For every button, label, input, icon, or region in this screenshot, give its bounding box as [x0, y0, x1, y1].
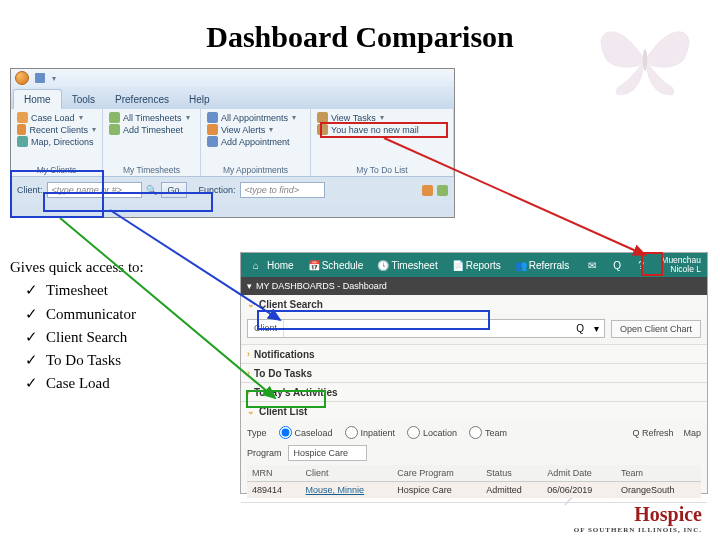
client-list-filters: Type Caseload Inpatient Location Team Q … [247, 424, 701, 445]
go-button[interactable]: Go [161, 182, 187, 198]
search-icon[interactable]: 🔍 [146, 185, 157, 195]
panel-notifications[interactable]: ›Notifications [241, 345, 707, 363]
program-select[interactable]: Hospice Care [288, 445, 368, 461]
access-list: Gives quick access to: Timesheet Communi… [10, 256, 144, 396]
panel-client-list[interactable]: ⌄Client List [241, 402, 707, 420]
tab-tools[interactable]: Tools [62, 90, 105, 109]
panel-client-search[interactable]: ⌄Client Search [241, 295, 707, 313]
alert-icon [207, 124, 218, 135]
map-icon [17, 136, 28, 147]
schedule-icon: 📅 [308, 260, 319, 271]
client-list-table: MRN Client Care Program Status Admit Dat… [247, 465, 701, 498]
ribbon-add-timesheet[interactable]: Add Timesheet [109, 124, 194, 135]
nav-referrals[interactable]: 👥Referrals [509, 260, 576, 271]
timesheet-icon: 🕓 [377, 260, 388, 271]
function-label: Function: [199, 185, 236, 195]
radio-location[interactable]: Location [407, 426, 457, 439]
ribbon-case-load[interactable]: Case Load▾ [17, 112, 96, 123]
ribbon-all-appointments[interactable]: All Appointments▾ [207, 112, 304, 123]
refresh-button[interactable]: Q Refresh [632, 428, 673, 438]
nav-timesheet[interactable]: 🕓Timesheet [371, 260, 443, 271]
ribbon-recent-clients[interactable]: Recent Clients▾ [17, 124, 96, 135]
mail-icon: ✉ [588, 260, 599, 271]
ribbon-view-alerts[interactable]: View Alerts▾ [207, 124, 304, 135]
chevron-right-icon: › [247, 387, 250, 397]
nav-user[interactable]: Muenchau Nicole L [661, 256, 701, 275]
chevron-right-icon: › [247, 368, 250, 378]
group-label-clients: My Clients [17, 164, 96, 175]
chevron-down-icon[interactable]: ▾ [247, 281, 252, 291]
group-label-timesheets: My Timesheets [109, 164, 194, 175]
calendar-add-icon [207, 136, 218, 147]
nav-mail[interactable]: ✉ [582, 260, 605, 271]
old-tabs: Home Tools Preferences Help [11, 87, 454, 109]
chevron-down-icon: ⌄ [247, 299, 255, 309]
ribbon-body: Case Load▾ Recent Clients▾ Map, Directio… [11, 109, 454, 177]
toolbar-icon-1[interactable] [422, 185, 433, 196]
reports-icon: 📄 [452, 260, 463, 271]
ribbon-mail-status[interactable]: You have no new mail [317, 124, 447, 135]
access-item-todo: To Do Tasks [25, 349, 144, 372]
dashboard-header: ▾ MY DASHBOARDS - Dashboard [241, 277, 707, 295]
home-icon: ⌂ [253, 260, 264, 271]
help-icon: ? [638, 260, 649, 271]
tab-preferences[interactable]: Preferences [105, 90, 179, 109]
teal-nav-bar: ⌂Home 📅Schedule 🕓Timesheet 📄Reports 👥Ref… [241, 253, 707, 277]
access-list-heading: Gives quick access to: [10, 256, 144, 279]
qat-icon [35, 73, 45, 83]
ribbon-map[interactable]: Map, Directions [17, 136, 96, 147]
radio-inpatient[interactable]: Inpatient [345, 426, 396, 439]
panel-todo[interactable]: ›To Do Tasks [241, 364, 707, 382]
nav-home[interactable]: ⌂Home [247, 260, 300, 271]
access-item-communicator: Communicator [25, 303, 144, 326]
tab-help[interactable]: Help [179, 90, 220, 109]
mail-icon [317, 124, 328, 135]
table-row[interactable]: 489414 Mouse, Minnie Hospice Care Admitt… [247, 482, 701, 499]
people-icon [17, 112, 28, 123]
dashboard-title: MY DASHBOARDS - Dashboard [256, 281, 387, 291]
group-label-appointments: My Appointments [207, 164, 304, 175]
chevron-down-icon: ⌄ [247, 406, 255, 416]
hospice-logo: Hospice OF SOUTHERN ILLINOIS, INC. [574, 503, 702, 534]
map-button[interactable]: Map [683, 428, 701, 438]
new-dashboard-screenshot: ⌂Home 📅Schedule 🕓Timesheet 📄Reports 👥Ref… [240, 252, 708, 494]
office-button-icon[interactable] [15, 71, 29, 85]
access-item-timesheet: Timesheet [25, 279, 144, 302]
panel-activities[interactable]: ›Today's Activities [241, 383, 707, 401]
chevron-right-icon: › [247, 349, 250, 359]
function-input[interactable]: <type to find> [240, 182, 325, 198]
old-titlebar: ▾ [11, 69, 454, 87]
old-search-bar: Client: <type name or #> 🔍 Go Function: … [11, 177, 454, 203]
page-title: Dashboard Comparison [0, 20, 720, 54]
nav-reports[interactable]: 📄Reports [446, 260, 507, 271]
nav-search[interactable]: Q [607, 260, 630, 271]
access-item-caseload: Case Load [25, 372, 144, 395]
nav-help[interactable]: ? [632, 260, 655, 271]
client-search-input[interactable]: <type name or #> [47, 182, 142, 198]
nav-schedule[interactable]: 📅Schedule [302, 260, 370, 271]
toolbar-icon-2[interactable] [437, 185, 448, 196]
tasks-icon [317, 112, 328, 123]
group-label-todo: My To Do List [317, 164, 447, 175]
radio-team[interactable]: Team [469, 426, 507, 439]
old-dashboard-screenshot: ▾ Home Tools Preferences Help Case Load▾… [10, 68, 455, 218]
clock-icon [109, 112, 120, 123]
ribbon-add-appointment[interactable]: Add Appointment [207, 136, 304, 147]
tab-home[interactable]: Home [13, 89, 62, 109]
client-search-label: Client: [17, 185, 43, 195]
ribbon-view-tasks[interactable]: View Tasks▾ [317, 112, 447, 123]
program-label: Program [247, 448, 282, 458]
search-icon: Q [613, 260, 624, 271]
search-icon[interactable]: Q [571, 320, 589, 337]
calendar-icon [207, 112, 218, 123]
chevron-down-icon[interactable]: ▾ [589, 320, 604, 337]
qat-dropdown-icon[interactable]: ▾ [52, 74, 56, 83]
clock-add-icon [109, 124, 120, 135]
recent-icon [17, 124, 26, 135]
ribbon-all-timesheets[interactable]: All Timesheets▾ [109, 112, 194, 123]
referrals-icon: 👥 [515, 260, 526, 271]
access-item-client-search: Client Search [25, 326, 144, 349]
open-client-chart-button[interactable]: Open Client Chart [611, 320, 701, 338]
client-search-field[interactable]: Client Q ▾ [247, 319, 605, 338]
radio-caseload[interactable]: Caseload [279, 426, 333, 439]
